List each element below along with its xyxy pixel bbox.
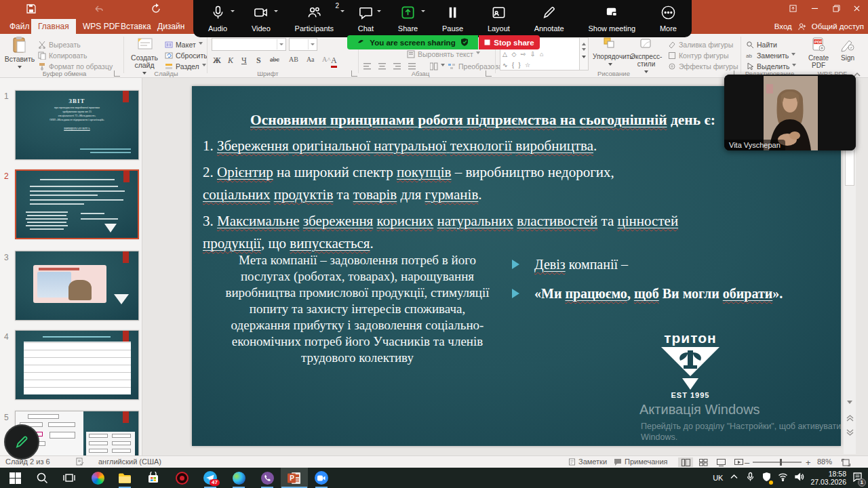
ribbon-options-icon[interactable] [783,0,803,16]
comments-toggle[interactable]: Примечания [614,458,668,466]
slide-principles-textbox[interactable]: Основними принципами роботи підприємства… [203,109,766,259]
underline-button[interactable]: Ч [241,56,247,66]
text-shadow-button[interactable]: S [256,56,261,66]
pause-button[interactable]: Pause [442,5,463,33]
telegram-icon[interactable]: 47 [197,468,224,488]
minimize-button[interactable] [804,0,825,16]
volume-icon[interactable] [794,472,804,485]
notes-toggle[interactable]: Заметки [568,458,607,466]
align-left-icon[interactable] [363,61,372,71]
stop-share-button[interactable]: Stop share [479,35,540,49]
slide-thumbnail-1[interactable]: ЗВІТ про проходження виробничої практики… [15,90,139,160]
keyboard-language[interactable]: UK [713,474,723,482]
replace-button[interactable]: ab Заменить [746,50,795,60]
share-button[interactable]: Share [398,5,418,33]
zoom-percentage[interactable]: 88% [817,458,832,466]
reading-view-icon[interactable] [713,458,728,467]
action-center-icon[interactable]: 1 [852,472,863,485]
scroll-down-icon[interactable] [845,398,854,407]
spellcheck-icon[interactable] [76,458,84,466]
annotate-button-toolbar[interactable]: Annotate [534,5,564,33]
photos-app-icon[interactable] [84,468,111,488]
slide-sorter-view-icon[interactable] [696,458,711,467]
file-explorer-icon[interactable] [111,468,138,488]
wifi-icon[interactable] [778,472,788,485]
red-ring-app-icon[interactable] [168,468,195,488]
zoom-slider[interactable] [753,462,802,463]
zoom-app-icon[interactable] [308,468,335,488]
chevron-down-icon[interactable] [274,10,278,14]
font-color-button[interactable]: А [331,56,337,68]
italic-button[interactable]: К [228,56,233,66]
powerpoint-app-icon[interactable]: P [281,468,308,488]
shape-outline-button[interactable]: Контур фигуры [668,50,728,60]
increase-font-icon[interactable]: A˄ [322,56,331,63]
slideshow-view-icon[interactable] [731,458,746,467]
strikethrough-button[interactable]: abc [270,56,279,63]
font-dialog-launcher[interactable] [351,70,357,77]
chevron-down-icon[interactable] [340,10,344,14]
annotation-pencil-button[interactable] [4,424,39,460]
save-icon[interactable] [26,3,38,14]
search-button[interactable] [28,468,56,488]
task-view-button[interactable] [56,468,83,488]
slide-thumbnail-4[interactable] [15,330,139,400]
arrange-button[interactable]: Упорядочить [593,37,628,70]
tray-microphone-icon[interactable] [745,472,755,485]
clock[interactable]: 18:58 27.03.2026 [810,470,846,486]
bold-button[interactable]: Ж [213,56,221,66]
more-button[interactable]: More [660,5,677,33]
audio-button[interactable]: Audio [208,5,227,33]
chevron-down-icon[interactable] [231,10,235,14]
slide-thumbnail-3[interactable] [15,251,139,321]
undo-icon[interactable] [94,3,106,14]
font-name-combobox[interactable] [212,38,286,51]
share-access-button[interactable]: Общий доступ [812,22,864,30]
chevron-down-icon[interactable] [421,10,425,14]
close-button[interactable] [846,0,867,16]
cut-button[interactable]: Вырезать [38,39,81,49]
start-button[interactable] [1,468,28,488]
char-spacing-button[interactable]: АВ [289,56,298,63]
shapes-more-icon[interactable] [582,56,586,60]
show-meeting-button[interactable]: Show meeting [588,5,635,33]
slide-layout-button[interactable]: Макет [165,39,203,49]
tab-home[interactable]: Главная [31,19,76,34]
font-size-combobox[interactable] [289,38,317,51]
zoom-in-button[interactable]: + [806,458,811,468]
normal-view-icon[interactable] [678,458,693,467]
slide-motto-textbox[interactable]: Девіз компанії – «Ми працюємо, щоб Ви мо… [512,257,810,315]
chevron-down-icon[interactable] [377,10,381,14]
restore-button[interactable] [826,0,846,16]
reset-slide-button[interactable]: Сбросить [165,50,208,60]
video-button[interactable]: Video [252,5,271,33]
find-button[interactable]: Найти [746,39,777,49]
webcam-video-tile[interactable]: Vita Vyschepan [724,75,856,150]
signin-link[interactable]: Вход [774,22,792,30]
next-slide-icon[interactable] [845,428,854,437]
tab-design[interactable]: Дизайн [151,19,191,34]
shapes-scroll[interactable] [580,37,589,70]
shapes-scroll-down-icon[interactable] [582,48,586,53]
align-center-icon[interactable] [378,61,387,71]
microsoft-store-icon[interactable] [140,468,167,488]
security-shield-icon[interactable] [762,472,772,485]
previous-slide-icon[interactable] [845,413,854,422]
repeat-icon[interactable] [151,3,163,14]
paste-button[interactable]: Вставить [4,37,35,73]
chat-button[interactable]: Chat [358,5,374,33]
paragraph-dialog-launcher[interactable] [486,70,492,77]
create-pdf-button[interactable]: PDF Create PDF [804,37,833,69]
sign-button[interactable]: Sign [835,37,860,62]
shape-effects-button[interactable]: Эффекты фигуры [668,61,738,71]
participants-button[interactable]: 2 Participants [295,5,334,33]
viber-icon[interactable] [254,468,281,488]
align-text-button[interactable]: Выровнять текст [407,49,480,59]
zoom-slider-handle[interactable] [780,459,782,466]
shapes-scroll-up-icon[interactable] [582,41,586,45]
zoom-out-button[interactable]: – [745,458,749,468]
tray-expand-icon[interactable] [729,472,739,485]
layout-button[interactable]: Layout [488,5,510,33]
language-indicator[interactable]: английский (США) [98,458,161,466]
fit-to-window-icon[interactable] [838,458,853,467]
